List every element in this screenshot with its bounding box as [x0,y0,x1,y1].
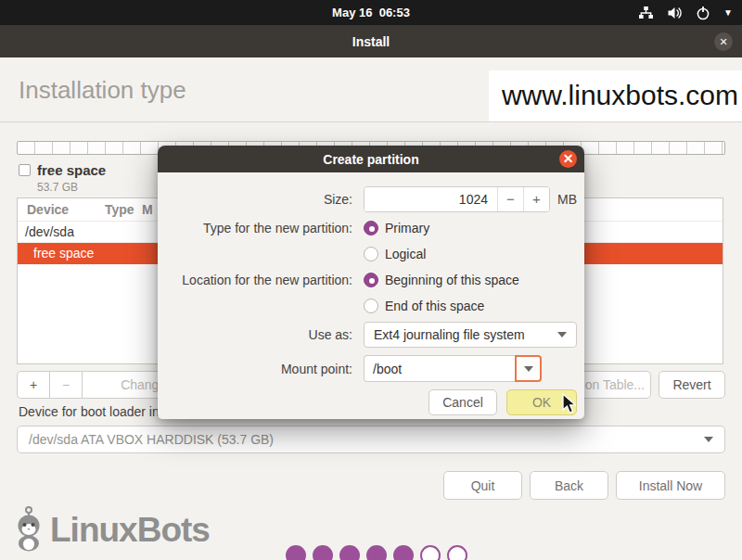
progress-dot [339,545,360,560]
device-cell: free space [18,246,94,261]
header-divider [0,121,742,122]
mount-point-input[interactable] [364,355,515,382]
column-header-mount[interactable]: M [142,202,153,217]
dialog-titlebar: Create partition ✕ [158,146,584,172]
add-partition-button[interactable]: + [17,371,49,399]
watermark-text: www.linuxbots.com [502,80,738,111]
chevron-down-icon [704,437,713,442]
progress-dot [447,545,467,560]
mouse-cursor [560,393,579,418]
mount-point-dropdown-button[interactable] [515,355,542,382]
window-titlebar: Install ✕ [0,25,742,57]
progress-dot [420,545,441,560]
radio-primary-label[interactable]: Primary [385,221,429,235]
column-header-device[interactable]: Device [27,202,69,217]
radio-logical[interactable] [364,247,378,261]
progress-dot [286,545,306,560]
network-icon [638,6,654,20]
penguin-robot-icon [7,505,50,555]
chevron-down-icon [557,332,567,337]
device-cell: /dev/sda [18,224,74,239]
quit-button[interactable]: Quit [443,471,522,500]
remove-partition-button[interactable]: − [49,371,82,399]
size-unit: MB [557,192,577,207]
window-title: Install [352,34,390,49]
size-spinner: − + [364,186,550,212]
radio-logical-label[interactable]: Logical [385,247,426,261]
free-space-size: 53.7 GB [37,181,106,194]
use-as-select[interactable]: Ext4 journaling file system [364,322,577,348]
wizard-nav: Quit Back Install Now [0,471,725,500]
system-top-bar: May 16 06:53 ▼ [0,0,742,25]
radio-end[interactable] [364,299,378,313]
dialog-close-button[interactable]: ✕ [559,150,577,168]
partition-type-label: Type for the new partition: [169,221,352,235]
size-input[interactable] [365,187,497,211]
volume-icon [667,6,683,20]
progress-dot [393,545,414,560]
clock[interactable]: May 16 06:53 [332,6,410,19]
size-label: Size: [169,192,352,207]
progress-dot [313,545,333,560]
boot-device-select[interactable]: /dev/sda ATA VBOX HARDDISK (53.7 GB) [17,426,725,453]
boot-device-value: /dev/sda ATA VBOX HARDDISK (53.7 GB) [29,432,704,447]
use-as-value: Ext4 journaling file system [374,327,557,342]
chevron-down-icon [524,366,533,372]
branding-logo: LinuxBots [7,505,210,555]
size-increment-button[interactable]: + [523,187,549,211]
revert-button[interactable]: Revert [659,371,725,399]
column-header-type[interactable]: Type [105,202,134,217]
window-close-button[interactable]: ✕ [714,32,733,51]
chevron-down-icon: ▼ [723,7,733,18]
dialog-title: Create partition [323,152,418,167]
install-now-button[interactable]: Install Now [616,471,725,500]
mount-point-label: Mount point: [169,362,352,376]
mount-point-combo [364,355,542,382]
system-tray[interactable]: ▼ [638,0,733,25]
free-space-legend: free space 53.7 GB [19,162,106,194]
brand-name: LinuxBots [50,511,210,550]
radio-beginning-label[interactable]: Beginning of this space [385,273,519,287]
cancel-button[interactable]: Cancel [429,389,497,415]
radio-primary[interactable] [364,221,378,235]
partition-location-label: Location for the new partition: [169,273,352,287]
free-space-checkbox[interactable] [19,164,31,176]
progress-dot [366,545,387,560]
back-button[interactable]: Back [530,471,608,500]
use-as-label: Use as: [169,327,352,342]
power-icon [696,6,710,20]
create-partition-dialog: Create partition ✕ Size: − + MB Type for… [158,146,584,419]
size-decrement-button[interactable]: − [497,187,523,211]
page-title: Installation type [19,76,186,105]
watermark-strip: www.linuxbots.com [489,70,742,121]
radio-end-label[interactable]: End of this space [385,299,484,313]
free-space-label: free space [37,162,106,178]
progress-dots [286,545,467,560]
radio-beginning[interactable] [364,273,378,287]
